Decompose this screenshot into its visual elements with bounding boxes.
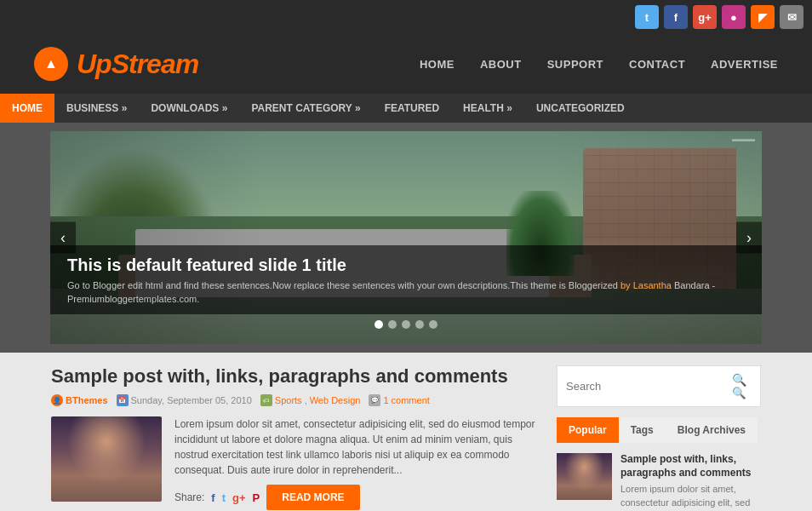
post-date: 📅 Sunday, September 05, 2010 [117, 394, 252, 406]
logo-up: Up [77, 49, 112, 79]
share-label: Share: [174, 491, 204, 503]
slider-dot-2[interactable] [388, 320, 397, 329]
post-comments: 💬 1 comment [369, 394, 429, 406]
slider: ‹ › This is default featured slide 1 tit… [50, 131, 762, 344]
search-button[interactable]: 🔍 [718, 366, 760, 406]
twitter-icon[interactable]: t [635, 5, 659, 29]
post-categories: 🏷 Sports, Web Design [260, 394, 361, 406]
slider-dots [375, 320, 437, 329]
search-input[interactable] [558, 372, 718, 400]
slide-title: This is default featured slide 1 title [67, 256, 745, 275]
sidebar-thumbnail-image-1 [557, 453, 612, 500]
sidebar-tabs: Popular Tags Blog Archives [557, 417, 761, 443]
instagram-icon[interactable]: ● [722, 5, 746, 29]
site-logo[interactable]: UpStream [34, 47, 198, 81]
post-text: Lorem ipsum dolor sit amet, consectetur … [174, 416, 540, 510]
sidebar-thumbnail-1 [557, 453, 612, 500]
email-icon[interactable]: ✉ [780, 5, 803, 29]
category-sports[interactable]: Sports [275, 395, 302, 405]
nav-about[interactable]: ABOUT [480, 58, 522, 71]
share-pinterest[interactable]: P [253, 491, 260, 504]
sidebar-post-1-title: Sample post with, links, paragraphs and … [620, 453, 761, 479]
site-header: UpStream HOME ABOUT SUPPORT CONTACT ADVE… [0, 34, 812, 94]
nav-home[interactable]: HOME [420, 58, 455, 71]
share-googleplus[interactable]: g+ [232, 491, 246, 504]
slider-prev-button[interactable]: ‹ [50, 222, 76, 254]
nav-advertise[interactable]: ADVERTISE [711, 58, 778, 71]
catnav-business[interactable]: BUSINESS [54, 94, 139, 123]
nav-contact[interactable]: CONTACT [629, 58, 685, 71]
share-twitter[interactable]: t [222, 491, 226, 504]
slider-dot-3[interactable] [402, 320, 410, 329]
nav-support[interactable]: SUPPORT [547, 58, 603, 71]
slider-container: ‹ › This is default featured slide 1 tit… [0, 123, 812, 353]
tab-blog-archives[interactable]: Blog Archives [666, 417, 758, 443]
post-title: Sample post with, links, paragraphs and … [51, 365, 540, 388]
catnav-parent-category[interactable]: PARENT CATEGORY [239, 94, 372, 123]
post-share: Share: f t g+ P READ MORE [174, 485, 540, 510]
catnav-featured[interactable]: FEATURED [373, 94, 451, 123]
logo-text: UpStream [77, 49, 198, 80]
slider-indicator: ▬▬▬ [732, 135, 755, 143]
main-content: Sample post with, links, paragraphs and … [51, 365, 540, 511]
logo-icon [34, 47, 68, 81]
catnav-home[interactable]: HOME [0, 94, 54, 123]
sidebar-post-1: Sample post with, links, paragraphs and … [557, 453, 761, 511]
thumbnail-image [51, 416, 162, 502]
slider-dot-5[interactable] [429, 320, 437, 329]
search-box: 🔍 [557, 365, 761, 407]
post-meta: 👤 BThemes 📅 Sunday, September 05, 2010 🏷… [51, 394, 540, 406]
comments-link[interactable]: 1 comment [383, 395, 429, 405]
post-excerpt: Lorem ipsum dolor sit amet, consectetur … [174, 416, 540, 478]
tag-icon: 🏷 [260, 394, 272, 406]
date-text: Sunday, September 05, 2010 [131, 395, 252, 405]
logo-stream: Stream [112, 49, 199, 79]
slide-author-link[interactable]: by Lasantha [620, 280, 672, 290]
slider-next-button[interactable]: › [736, 222, 762, 254]
sidebar-post-1-content: Sample post with, links, paragraphs and … [620, 453, 761, 511]
read-more-button[interactable]: READ MORE [266, 485, 359, 510]
googleplus-icon[interactable]: g+ [693, 5, 717, 29]
post-body: Lorem ipsum dolor sit amet, consectetur … [51, 416, 540, 510]
main-navigation: HOME ABOUT SUPPORT CONTACT ADVERTISE [420, 58, 778, 71]
post-thumbnail [51, 416, 162, 502]
author-icon: 👤 [51, 394, 63, 406]
slide-caption: This is default featured slide 1 title G… [50, 245, 762, 314]
share-facebook[interactable]: f [211, 491, 214, 504]
slider-dot-1[interactable] [375, 320, 383, 329]
top-social-bar: t f g+ ● ◤ ✉ [0, 0, 812, 34]
category-webdesign[interactable]: Web Design [310, 395, 361, 405]
facebook-icon[interactable]: f [664, 5, 688, 29]
sidebar: 🔍 Popular Tags Blog Archives Sample post… [557, 365, 761, 511]
post-author: 👤 BThemes [51, 394, 108, 406]
slide-description: Go to Blogger edit html and find these s… [67, 279, 745, 306]
tab-popular[interactable]: Popular [557, 417, 619, 443]
calendar-icon: 📅 [117, 394, 129, 406]
category-navigation: HOME BUSINESS DOWNLOADS PARENT CATEGORY … [0, 94, 812, 123]
catnav-downloads[interactable]: DOWNLOADS [139, 94, 239, 123]
sidebar-post-1-excerpt: Lorem ipsum dolor sit amet, consectetur … [620, 483, 761, 511]
content-area: Sample post with, links, paragraphs and … [0, 353, 812, 511]
catnav-uncategorized[interactable]: UNCATEGORIZED [524, 94, 637, 123]
author-link[interactable]: BThemes [66, 395, 108, 405]
rss-icon[interactable]: ◤ [751, 5, 775, 29]
catnav-health[interactable]: HEALTH [451, 94, 524, 123]
comment-icon: 💬 [369, 394, 380, 406]
slider-dot-4[interactable] [415, 320, 424, 329]
tab-tags[interactable]: Tags [619, 417, 666, 443]
